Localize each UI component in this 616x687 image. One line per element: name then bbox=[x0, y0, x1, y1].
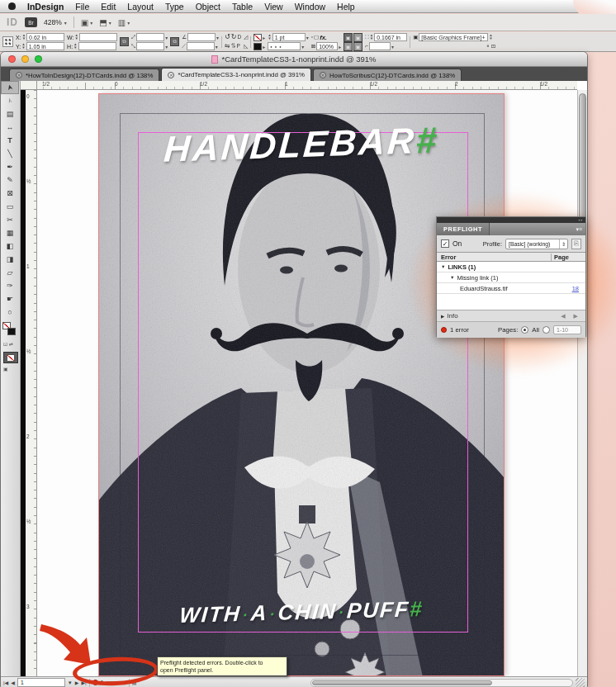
scissors-tool[interactable]: ✂ bbox=[1, 213, 19, 226]
card-page[interactable]: HANDLEBAR# WITH·A·CHIN·PUFF# bbox=[98, 93, 505, 676]
horizontal-scrollbar[interactable] bbox=[310, 679, 573, 687]
stepper-icon[interactable]: ▲▼ bbox=[21, 43, 25, 50]
stepper-icon[interactable]: ▲▼ bbox=[489, 34, 492, 40]
y-position-field[interactable]: 1.05 in bbox=[26, 42, 64, 50]
menu-layout[interactable]: Layout bbox=[127, 2, 154, 12]
panel-drag-bar[interactable]: ▪▪ bbox=[437, 217, 585, 223]
page-menu-icon[interactable]: ▼ bbox=[68, 680, 73, 685]
rotate-ccw-icon[interactable]: ↺ bbox=[225, 34, 230, 40]
error-page-link[interactable]: 18 bbox=[572, 285, 579, 292]
page-number-field[interactable]: 1 bbox=[17, 678, 65, 687]
chevron-down-icon[interactable]: ▾ bbox=[301, 44, 304, 50]
info-section[interactable]: ▶ Info ◀ ▶ bbox=[437, 310, 585, 321]
scale-x-field[interactable] bbox=[136, 33, 164, 41]
window-title-bar[interactable]: *CardTemplateCS3-1-nonprint.indd @ 391% bbox=[1, 52, 587, 67]
page-tool[interactable]: ▤ bbox=[1, 107, 19, 121]
stepper-icon[interactable]: ▲▼ bbox=[22, 34, 26, 40]
shear-y-icon[interactable]: ◺ bbox=[244, 44, 248, 50]
selection-tool[interactable]: ➤ bbox=[1, 81, 19, 94]
menu-view[interactable]: View bbox=[264, 2, 283, 12]
chevron-down-icon[interactable]: ▾ bbox=[306, 35, 309, 40]
chevron-down-icon[interactable]: ▾ bbox=[216, 44, 218, 50]
vertical-scrollbar[interactable] bbox=[577, 90, 587, 676]
flip-vertical-icon[interactable]: ⥮ bbox=[231, 43, 236, 50]
menu-window[interactable]: Window bbox=[295, 2, 325, 12]
x-position-field[interactable]: 0.62 in bbox=[26, 33, 64, 41]
close-icon[interactable]: ✕ bbox=[168, 72, 174, 78]
fill-stroke-controls[interactable] bbox=[2, 322, 19, 339]
object-effect-icon[interactable]: ▢ bbox=[314, 35, 319, 40]
stepper-icon[interactable]: ▲▼ bbox=[268, 34, 271, 40]
zoom-tool[interactable]: ○ bbox=[1, 306, 19, 319]
chevron-right-icon[interactable]: ▸ bbox=[339, 44, 341, 50]
flip-horizontal-icon[interactable]: ⇋ bbox=[225, 43, 230, 50]
disclosure-open-icon[interactable]: ▼ bbox=[450, 275, 454, 280]
gap-tool[interactable]: ↔ bbox=[1, 121, 19, 134]
menu-edit[interactable]: Edit bbox=[101, 2, 116, 12]
stroke-weight-field[interactable]: 1 pt bbox=[272, 33, 306, 41]
menu-indesign[interactable]: InDesign bbox=[27, 2, 64, 12]
quick-apply-icon[interactable]: ⚬ bbox=[486, 44, 490, 50]
panel-menu-icon[interactable]: ▾≡ bbox=[576, 226, 582, 233]
prev-next-error-icons[interactable]: ◀ ▶ bbox=[561, 313, 581, 320]
pages-range-radio[interactable] bbox=[543, 326, 550, 334]
menu-file[interactable]: File bbox=[75, 2, 89, 12]
preflight-on-checkbox[interactable]: ✓ bbox=[441, 239, 449, 248]
arrange-documents-dropdown[interactable]: ▥▾ bbox=[118, 18, 130, 27]
menu-help[interactable]: Help bbox=[337, 2, 355, 12]
reference-point-selector[interactable] bbox=[2, 36, 13, 47]
menu-object[interactable]: Object bbox=[196, 2, 220, 12]
bridge-button[interactable]: Br bbox=[25, 17, 37, 27]
wrap-below-icon[interactable]: ▣ bbox=[353, 42, 362, 51]
pencil-tool[interactable]: ✎ bbox=[1, 173, 19, 187]
gradient-tool[interactable]: ◧ bbox=[1, 239, 19, 253]
chevron-down-icon[interactable]: ▾ bbox=[165, 44, 168, 50]
tab-cardtemplate[interactable]: ✕ *CardTemplateCS3-1-nonprint.indd @ 391… bbox=[161, 68, 311, 81]
opacity-field[interactable]: 100% bbox=[316, 42, 338, 50]
close-icon[interactable]: ✕ bbox=[16, 72, 22, 78]
disclosure-closed-icon[interactable]: ▶ bbox=[441, 314, 444, 319]
constrain-scale-icon[interactable]: ⧉ bbox=[170, 37, 179, 46]
window-resize-grip[interactable] bbox=[576, 678, 585, 687]
embed-profile-icon[interactable]: ⎘ bbox=[571, 239, 581, 249]
eyedropper-tool[interactable]: ✑ bbox=[1, 279, 19, 292]
wrap-jump-icon[interactable]: ▣ bbox=[344, 42, 353, 51]
hand-tool[interactable]: ☛ bbox=[1, 292, 19, 306]
apply-none-button[interactable] bbox=[3, 352, 18, 363]
disclosure-open-icon[interactable]: ▼ bbox=[441, 264, 445, 269]
close-icon[interactable]: ✕ bbox=[320, 72, 326, 78]
zoom-level-dropdown[interactable]: 428% ▾ bbox=[44, 18, 67, 26]
shear-x-icon[interactable]: ◿ bbox=[244, 35, 248, 40]
view-options-dropdown[interactable]: ▣▾ bbox=[81, 18, 92, 27]
stroke-style-field[interactable]: ● ● ● bbox=[268, 42, 301, 50]
error-item-row[interactable]: EduardStrauss.tif 18 bbox=[437, 283, 585, 294]
page-range-field[interactable]: 1-10 bbox=[553, 325, 581, 334]
stroke-color-swatch[interactable] bbox=[254, 34, 262, 41]
preflight-panel-tab[interactable]: PREFLIGHT bbox=[437, 223, 490, 235]
direct-selection-tool[interactable]: ➣ bbox=[1, 94, 19, 107]
scale-y-field[interactable] bbox=[136, 42, 164, 50]
missing-link-group-row[interactable]: ▼ Missing link (1) bbox=[437, 272, 585, 283]
free-transform-tool[interactable]: ▦ bbox=[1, 226, 19, 239]
chevron-right-icon[interactable]: ▸ bbox=[263, 44, 265, 50]
rectangle-tool[interactable]: ▭ bbox=[1, 200, 19, 213]
corner-shape-field[interactable] bbox=[369, 42, 391, 50]
view-mode-icon[interactable]: ▣ bbox=[3, 366, 8, 372]
pasteboard[interactable]: HANDLEBAR# WITH·A·CHIN·PUFF# bbox=[37, 90, 577, 676]
height-field[interactable] bbox=[78, 42, 116, 50]
wrap-around-icon[interactable]: ▣ bbox=[353, 33, 362, 42]
screen-mode-dropdown[interactable]: ⬒▾ bbox=[99, 18, 111, 27]
links-group-row[interactable]: ▼ LINKS (1) bbox=[437, 262, 585, 272]
effects-menu[interactable]: fx. bbox=[320, 34, 327, 41]
tab-howtoscribus[interactable]: ✕ HowToScribusC(12)-DTCards.indd @ 138% bbox=[313, 69, 462, 81]
drop-shadow-icon[interactable]: ▫ bbox=[311, 35, 313, 40]
constrain-proportions-icon[interactable]: ⧉ bbox=[120, 37, 129, 46]
apple-icon[interactable] bbox=[8, 2, 16, 10]
frame-tool[interactable]: ⊠ bbox=[1, 187, 19, 200]
horizontal-ruler[interactable]: 1/2 0 1/2 1 1/2 2 1/2 bbox=[37, 81, 577, 90]
stepper-icon[interactable]: ▲▼ bbox=[73, 43, 77, 50]
object-style-dropdown[interactable]: [Basic Graphics Frame]+ bbox=[419, 33, 488, 41]
ruler-origin-corner[interactable] bbox=[21, 81, 37, 90]
line-tool[interactable]: ╲ bbox=[1, 147, 19, 160]
stepper-icon[interactable]: ▲▼ bbox=[75, 34, 78, 40]
